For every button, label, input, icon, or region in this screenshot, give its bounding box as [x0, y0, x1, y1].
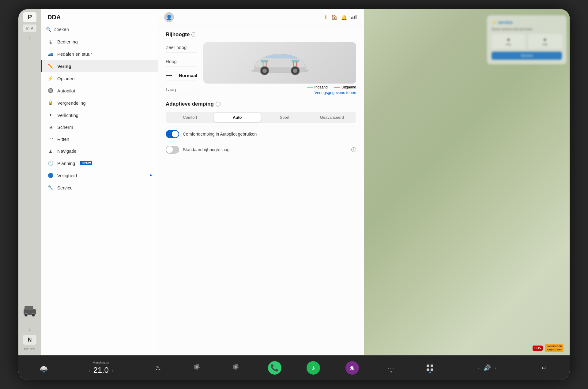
damping-sport-btn[interactable]: Sport [261, 113, 308, 122]
taskbar-media[interactable]: ◉ [333, 359, 372, 377]
side-indicators: P In P ↑ ↓ N Neutral [18, 9, 41, 355]
comfort-autopilot-thumb [172, 131, 179, 137]
service-button[interactable]: Service [492, 52, 562, 60]
damping-section: Adaptieve demping i Comfort Auto Sport G… [166, 101, 356, 157]
taskbar-car[interactable] [24, 362, 63, 374]
service-brand: ⚡ service [492, 20, 562, 25]
signal-icon [351, 14, 358, 20]
std-height-info-icon[interactable]: i [351, 147, 356, 152]
temp-decrease-btn[interactable]: ‹ [87, 367, 92, 374]
sos-badge[interactable]: SOS [533, 346, 543, 351]
legend-incoming: Ingaand [307, 85, 328, 89]
svg-point-22 [196, 366, 198, 368]
search-label: Zoeken [54, 27, 69, 32]
verlichting-icon: ✦ [47, 112, 54, 118]
damping-title: Adaptieve demping i [166, 101, 356, 107]
vol-decrease-btn[interactable]: ‹ [476, 364, 481, 372]
service-label: Service [57, 185, 73, 190]
taskbar-temperature[interactable]: Handmatig ‹ 21.0 › [63, 358, 139, 377]
seat-heat-1-icon: ♨ [155, 364, 161, 372]
sidebar-item-opladen[interactable]: ⚡ Opladen [41, 72, 158, 84]
height-option-zeer-hoog[interactable]: Zeer hoog [166, 42, 197, 53]
sidebar-item-pedalen[interactable]: 🚙 Pedalen en stuur [41, 48, 158, 60]
sidebar-item-ritten[interactable]: 〰 Ritten [41, 133, 158, 145]
bottom-right-badges: SOS PASSENGERAIRBAG OFF [533, 344, 564, 352]
std-height-toggle[interactable] [166, 146, 179, 154]
svg-point-21 [45, 369, 47, 371]
service-grid: ● Info ● Info [492, 34, 562, 49]
temp-increase-btn[interactable]: › [110, 367, 115, 374]
settings-title: DDA [47, 14, 152, 21]
svg-rect-1 [24, 306, 33, 310]
sidebar-item-planning[interactable]: 🕐 Planning NIEUW [41, 157, 158, 169]
service-cell-2: ● Info [528, 34, 562, 49]
damping-comfort-btn[interactable]: Comfort [167, 113, 213, 122]
damping-geavanceerd-btn[interactable]: Geavanceerd [309, 113, 356, 122]
taskbar-more[interactable]: ··· [372, 362, 411, 374]
car-illustration [203, 42, 356, 84]
std-height-row: Standaard rijhoogte laag i [166, 142, 356, 157]
car-right-section: Ingaand Uitgaand Veringsgegevens tonen [203, 42, 356, 95]
vergrendeling-label: Vergrendeling [57, 100, 86, 106]
taskbar-fan-2[interactable] [216, 361, 255, 375]
bediening-label: Bediening [57, 39, 78, 44]
height-option-normaal[interactable]: Normaal [166, 70, 197, 81]
taskbar-fan-1[interactable] [177, 361, 216, 375]
airbag-badge: PASSENGERAIRBAG OFF [545, 344, 564, 352]
sidebar-item-navigatie[interactable]: ▲ Navigatie [41, 145, 158, 157]
sidebar-item-service[interactable]: 🔧 Service [41, 181, 158, 194]
svg-rect-6 [354, 16, 355, 19]
taskbar-apps[interactable] [411, 361, 450, 374]
svg-rect-24 [427, 365, 429, 367]
sidebar-item-scherm[interactable]: 🖥 Scherm [41, 121, 158, 133]
arrow-up-icon: ↑ [28, 34, 31, 41]
navigatie-icon: ▲ [47, 148, 54, 154]
profile-icon[interactable]: 👤 [164, 12, 174, 22]
svg-rect-27 [431, 368, 433, 371]
taskbar-spotify[interactable]: ♪ [294, 359, 333, 377]
height-option-hoog[interactable]: Hoog [166, 56, 197, 67]
opladen-icon: ⚡ [47, 76, 54, 81]
arrow-down-icon: ↓ [28, 325, 31, 332]
search-row[interactable]: 🔍 Zoeken [41, 24, 158, 34]
vol-increase-btn[interactable]: › [493, 364, 498, 372]
damping-auto-btn[interactable]: Auto [214, 113, 261, 122]
taskbar-phone[interactable]: 📞 [255, 359, 294, 377]
sidebar-item-bediening[interactable]: 🎛 Bediening [41, 36, 158, 48]
search-icon: 🔍 [46, 27, 51, 32]
gear-n-indicator[interactable]: N [23, 335, 36, 345]
height-option-laag[interactable]: Laag [166, 84, 197, 95]
gear-p-indicator[interactable]: P [23, 12, 36, 22]
ride-height-title: Rijhoogte i [166, 32, 356, 38]
status-icons: ⬇ 🏠 🔔 [324, 14, 358, 20]
scherm-label: Scherm [57, 125, 73, 130]
apps-grid-icon [426, 364, 434, 372]
legend-line-outgoing [334, 87, 340, 88]
service-subtitle: Some service info text here [492, 27, 562, 31]
damping-info-icon[interactable]: i [216, 102, 221, 107]
sidebar-item-vergrendeling[interactable]: 🔒 Vergrendeling [41, 97, 158, 109]
legend-incoming-label: Ingaand [315, 85, 328, 89]
service-val-2: ● [530, 36, 560, 43]
ride-height-info-icon[interactable]: i [191, 32, 196, 37]
home-icon: 🏠 [331, 14, 337, 20]
taskbar-seat-heat-1[interactable]: ♨ [139, 361, 178, 374]
more-icon: ··· [388, 364, 395, 371]
svg-point-23 [235, 366, 237, 368]
view-data-link[interactable]: Veringsgegevens tonen [203, 90, 356, 95]
autopilot-icon: 🔘 [47, 88, 54, 93]
taskbar-volume[interactable]: ‹ 🔊 › [449, 362, 525, 374]
pedalen-icon: 🚙 [47, 51, 54, 57]
svg-point-2 [24, 313, 28, 316]
damping-buttons: Comfort Auto Sport Geavanceerd [166, 112, 356, 123]
service-lbl-2: Info [530, 43, 560, 46]
sidebar-item-verlichting[interactable]: ✦ Verlichting [41, 109, 158, 121]
sidebar-item-autopilot[interactable]: 🔘 Autopilot [41, 84, 158, 97]
content-body: Rijhoogte i Zeer hoog Hoog [158, 25, 364, 355]
sidebar-item-veiligheid[interactable]: 🔵 Veiligheid [41, 169, 158, 181]
sidebar-item-vering[interactable]: ✏️ Vering [41, 60, 158, 72]
navigatie-label: Navigatie [57, 148, 77, 154]
taskbar-back[interactable]: ↩ [525, 362, 564, 374]
comfort-autopilot-toggle[interactable] [166, 130, 179, 138]
svg-rect-4 [351, 17, 352, 19]
